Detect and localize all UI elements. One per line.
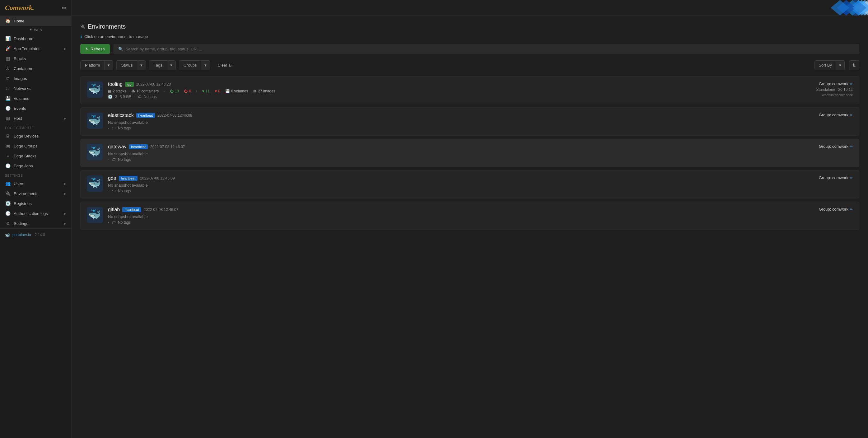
- edit-group-icon[interactable]: ✏: [850, 113, 853, 117]
- app-templates-icon: 🚀: [5, 46, 10, 51]
- sidebar-item-settings[interactable]: ⚙ Settings ▶: [0, 218, 71, 228]
- sort-order-button[interactable]: ⇅: [849, 60, 859, 70]
- power-icon: ⏻: [170, 89, 174, 93]
- groups-filter[interactable]: Groups ▾: [179, 60, 210, 70]
- filters-bar: Platform ▾ Status ▾ Tags ▾ Groups ▾ Clea…: [80, 60, 859, 70]
- env-stats: ▦ 2 stacks 🖧 13 containers - ⏻ 13: [108, 89, 779, 93]
- env-icon-tooling: 🐳: [87, 82, 103, 98]
- env-tags: No tags: [144, 95, 156, 99]
- edit-group-icon[interactable]: ✏: [850, 144, 853, 149]
- edit-group-icon[interactable]: ✏: [850, 176, 853, 180]
- sidebar-toggle-icon[interactable]: ⇔: [62, 4, 66, 11]
- tags-filter-arrow[interactable]: ▾: [167, 61, 176, 70]
- tag-icon: 🏷: [112, 189, 116, 193]
- groups-filter-arrow[interactable]: ▾: [201, 61, 210, 70]
- sidebar-item-volumes[interactable]: 💾 Volumes: [0, 93, 71, 103]
- sidebar-item-edge-jobs[interactable]: 🕐 Edge Jobs: [0, 161, 71, 171]
- toolbar: ↻ Refresh 🔍: [80, 44, 859, 54]
- sidebar-item-edge-groups[interactable]: ▣ Edge Groups: [0, 141, 71, 151]
- edit-group-icon[interactable]: ✏: [850, 207, 853, 212]
- portainer-brand: portainer.io: [12, 233, 31, 237]
- platform-filter-label: Platform: [81, 61, 104, 70]
- platform-filter[interactable]: Platform ▾: [80, 60, 113, 70]
- stopped-icon: ⏻: [184, 89, 188, 93]
- sidebar-item-label: Authentication logs: [14, 211, 48, 216]
- diamond-decoration: [790, 0, 868, 15]
- env-meta-row: 💽 3 3.9 GB - 🏷 No tags: [108, 95, 779, 99]
- env-card-gda[interactable]: 🐳 gda heartbeat 2022-07-08 12:46:09 No s…: [80, 170, 859, 198]
- edit-group-icon[interactable]: ✏: [850, 82, 853, 86]
- env-status-badge: heartbeat: [122, 207, 141, 212]
- sidebar-item-stacks[interactable]: ▦ Stacks: [0, 54, 71, 63]
- sidebar-item-home[interactable]: 🏠 Home: [0, 16, 71, 26]
- svg-text:🐳: 🐳: [88, 209, 101, 221]
- sidebar-item-app-templates[interactable]: 🚀 App Templates ▶: [0, 43, 71, 54]
- stopped-stat: ⏻ 0: [184, 89, 191, 93]
- env-card-elasticstack[interactable]: 🐳 elasticstack heartbeat 2022-07-08 12:4…: [80, 107, 859, 136]
- flash-icon: ✦: [29, 28, 32, 32]
- env-group: Group: comwork ✏: [819, 176, 853, 180]
- sidebar-item-label: Home: [14, 19, 25, 23]
- search-input[interactable]: [126, 46, 855, 51]
- storage-icon: 💽: [108, 95, 113, 99]
- env-name-row: gitlab heartbeat 2022-07-08 12:46:07: [108, 207, 779, 213]
- sidebar-item-containers[interactable]: 🖧 Containers: [0, 63, 71, 73]
- healthy-stat: ♥ 11: [202, 89, 209, 93]
- sidebar-item-environments[interactable]: 🔌 Environments ▶: [0, 189, 71, 198]
- platform-filter-arrow[interactable]: ▾: [104, 61, 113, 70]
- svg-text:🐳: 🐳: [88, 114, 101, 127]
- env-body-elasticstack: elasticstack heartbeat 2022-07-08 12:46:…: [108, 113, 779, 130]
- env-body-tooling: tooling up 2022-07-08 12:43:28 ▦ 2 stack…: [108, 82, 779, 99]
- sidebar-item-label: Settings: [14, 221, 28, 226]
- sidebar-item-events[interactable]: 🕐 Events: [0, 103, 71, 113]
- sidebar-logo: Comwork. ⇔: [0, 0, 71, 16]
- tag-icon: 🏷: [112, 126, 116, 130]
- info-icon: ℹ: [80, 34, 82, 39]
- chevron-right-icon: ▶: [64, 47, 66, 51]
- env-right-tooling: Group: comwork ✏ Standalone 20.10.12 /va…: [784, 82, 853, 97]
- env-name: tooling: [108, 82, 123, 87]
- status-filter-arrow[interactable]: ▾: [137, 61, 146, 70]
- sidebar-item-label: Images: [14, 76, 27, 81]
- no-snapshot-text: No snapshot available: [108, 214, 779, 219]
- sidebar-item-label: Edge Stacks: [14, 154, 36, 158]
- env-body-gda: gda heartbeat 2022-07-08 12:46:09 No sna…: [108, 176, 779, 193]
- env-timestamp: 2022-07-08 12:43:28: [136, 82, 171, 87]
- sidebar-item-label: Edge Jobs: [14, 164, 33, 168]
- sidebar-item-host[interactable]: ▦ Host ▶: [0, 113, 71, 123]
- env-icon-gateway: 🐳: [87, 144, 103, 160]
- registries-icon: 💽: [5, 201, 10, 206]
- status-filter[interactable]: Status ▾: [116, 60, 146, 70]
- sidebar-item-users[interactable]: 👥 Users ▶: [0, 179, 71, 189]
- containers-icon: 🖧: [131, 89, 135, 93]
- env-timestamp: 2022-07-08 12:46:08: [157, 113, 192, 118]
- clear-all-button[interactable]: Clear all: [213, 61, 237, 70]
- info-text: Click on an environment to manage: [84, 34, 148, 39]
- topbar: [71, 0, 868, 15]
- env-meta-row: - 🏷 No tags: [108, 157, 779, 162]
- sidebar-item-label: Dashboard: [14, 36, 34, 41]
- unhealthy-stat: ♥ 0: [215, 89, 220, 93]
- env-name: elasticstack: [108, 113, 134, 118]
- edge-jobs-icon: 🕐: [5, 163, 10, 168]
- svg-text:🐳: 🐳: [88, 177, 101, 189]
- env-card-gateway[interactable]: 🐳 gateway heartbeat 2022-07-08 12:46:07 …: [80, 139, 859, 167]
- sort-by-arrow[interactable]: ▾: [836, 61, 844, 70]
- sidebar-item-registries[interactable]: 💽 Registries: [0, 198, 71, 209]
- sidebar-item-edge-devices[interactable]: 🖥 Edge Devices: [0, 131, 71, 141]
- sidebar-item-networks[interactable]: ⛁ Networks: [0, 83, 71, 93]
- refresh-button[interactable]: ↻ Refresh: [80, 44, 110, 54]
- sidebar-item-images[interactable]: 🗎 Images: [0, 73, 71, 83]
- content-area: 🔌 Environments ℹ Click on an environment…: [71, 15, 868, 438]
- dashboard-icon: 📊: [5, 36, 10, 41]
- env-right-gateway: Group: comwork ✏: [784, 144, 853, 149]
- env-card-tooling[interactable]: 🐳 tooling up 2022-07-08 12:43:28 ▦ 2 sta…: [80, 76, 859, 104]
- sidebar-item-dashboard[interactable]: 📊 Dashboard: [0, 34, 71, 43]
- sidebar-item-auth-logs[interactable]: 🕐 Authentication logs ▶: [0, 209, 71, 218]
- sort-by-dropdown[interactable]: Sort By ▾: [814, 60, 845, 70]
- sidebar-item-edge-stacks[interactable]: ≡ Edge Stacks: [0, 151, 71, 161]
- env-icon-gitlab: 🐳: [87, 207, 103, 223]
- env-tags: No tags: [118, 189, 131, 193]
- env-card-gitlab[interactable]: 🐳 gitlab heartbeat 2022-07-08 12:46:07 N…: [80, 201, 859, 230]
- tags-filter[interactable]: Tags ▾: [149, 60, 176, 70]
